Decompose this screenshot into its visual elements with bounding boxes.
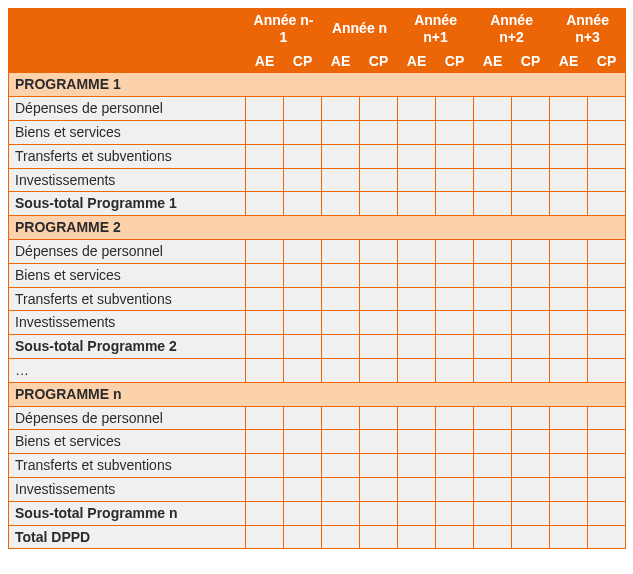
value-cell [360,430,398,454]
value-cell [436,311,474,335]
subtotal-value-cell [322,335,360,359]
value-cell [474,168,512,192]
table-row: … [9,358,626,382]
grand-total-value-cell [398,525,436,549]
value-cell [322,477,360,501]
value-cell [588,358,626,382]
header-sub: CP [512,49,550,73]
value-cell [246,239,284,263]
value-cell [246,311,284,335]
value-cell [512,287,550,311]
value-cell [436,168,474,192]
subtotal-value-cell [436,192,474,216]
program-header-row: PROGRAMME 1 [9,73,626,97]
value-cell [360,168,398,192]
value-cell [360,454,398,478]
value-cell [550,287,588,311]
header-sub: AE [474,49,512,73]
value-cell [474,477,512,501]
table-row: Sous-total Programme 2 [9,335,626,359]
grand-total-value-cell [588,525,626,549]
table-row: Dépenses de personnel [9,239,626,263]
value-cell [474,239,512,263]
subtotal-value-cell [588,501,626,525]
row-label: Investissements [9,477,246,501]
value-cell [284,358,322,382]
row-label: Transferts et subventions [9,287,246,311]
value-cell [398,97,436,121]
row-label: Transferts et subventions [9,454,246,478]
value-cell [588,144,626,168]
value-cell [512,239,550,263]
subtotal-value-cell [246,501,284,525]
value-cell [436,406,474,430]
value-cell [398,239,436,263]
value-cell [474,358,512,382]
value-cell [512,144,550,168]
value-cell [550,311,588,335]
table-row: Transferts et subventions [9,287,626,311]
value-cell [246,168,284,192]
subtotal-value-cell [512,335,550,359]
value-cell [322,311,360,335]
row-label: Investissements [9,311,246,335]
value-cell [322,406,360,430]
value-cell [322,358,360,382]
table-row: Investissements [9,168,626,192]
header-year-label: Année n+1 [414,12,457,45]
value-cell [360,287,398,311]
header-year: Année n+2 [474,9,550,50]
subtotal-value-cell [588,192,626,216]
value-cell [360,477,398,501]
value-cell [246,287,284,311]
subtotal-label: Sous-total Programme 2 [9,335,246,359]
table-row: Sous-total Programme 1 [9,192,626,216]
subtotal-value-cell [246,192,284,216]
table-body: PROGRAMME 1Dépenses de personnelBiens et… [9,73,626,549]
subtotal-value-cell [360,335,398,359]
value-cell [246,454,284,478]
header-sub: AE [322,49,360,73]
table-row: Sous-total Programme n [9,501,626,525]
value-cell [284,120,322,144]
program-header-label: PROGRAMME 1 [9,73,626,97]
row-label: Biens et services [9,430,246,454]
row-label: Dépenses de personnel [9,239,246,263]
value-cell [284,406,322,430]
value-cell [398,477,436,501]
value-cell [322,239,360,263]
value-cell [322,168,360,192]
value-cell [284,287,322,311]
grand-total-value-cell [322,525,360,549]
row-label: Biens et services [9,263,246,287]
value-cell [436,454,474,478]
grand-total-value-cell [360,525,398,549]
value-cell [550,120,588,144]
value-cell [246,358,284,382]
value-cell [398,311,436,335]
value-cell [246,430,284,454]
value-cell [512,120,550,144]
program-header-label: PROGRAMME n [9,382,626,406]
value-cell [436,430,474,454]
value-cell [360,120,398,144]
subtotal-value-cell [474,192,512,216]
value-cell [246,263,284,287]
value-cell [474,430,512,454]
value-cell [512,358,550,382]
value-cell [398,168,436,192]
row-label: Dépenses de personnel [9,406,246,430]
value-cell [436,477,474,501]
program-header-row: PROGRAMME 2 [9,216,626,240]
table-row: Biens et services [9,263,626,287]
value-cell [360,97,398,121]
header-year: Année n+1 [398,9,474,50]
value-cell [436,97,474,121]
table-row: Total DPPD [9,525,626,549]
table-row: Dépenses de personnel [9,97,626,121]
subtotal-value-cell [512,192,550,216]
value-cell [284,263,322,287]
subtotal-value-cell [512,501,550,525]
table-row: Biens et services [9,120,626,144]
value-cell [512,406,550,430]
